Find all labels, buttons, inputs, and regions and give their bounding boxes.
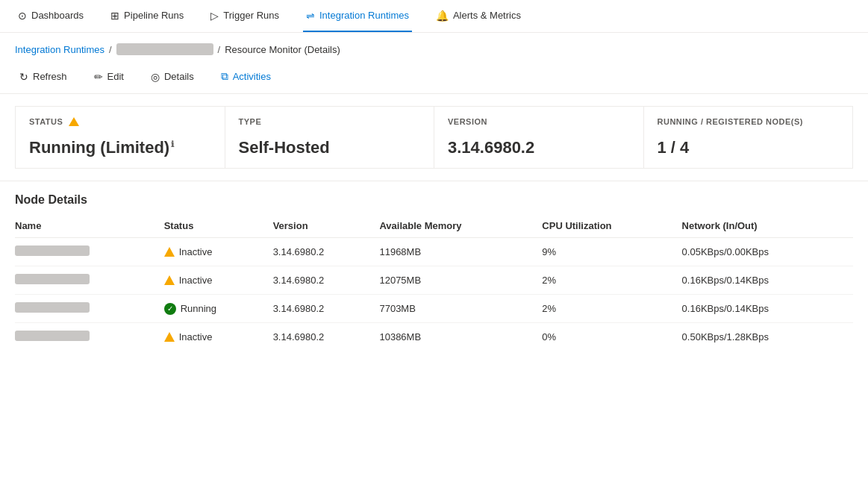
type-card-value: Self-Hosted bbox=[239, 138, 421, 157]
status-card-label: STATUS bbox=[29, 117, 211, 126]
nav-integration-runtimes-label: Integration Runtimes bbox=[319, 10, 409, 21]
table-header-row: Name Status Version Available Memory CPU… bbox=[15, 214, 853, 238]
nav-trigger-runs-label: Trigger Runs bbox=[223, 10, 279, 21]
type-card-label: TYPE bbox=[239, 117, 421, 126]
breadcrumb-current: Resource Monitor (Details) bbox=[225, 44, 340, 55]
col-memory: Available Memory bbox=[379, 214, 542, 238]
nodes-card-label: RUNNING / REGISTERED NODE(S) bbox=[658, 117, 840, 126]
warning-icon bbox=[164, 332, 175, 342]
dashboards-icon: ⊙ bbox=[18, 10, 27, 22]
breadcrumb-integration-runtimes-link[interactable]: Integration Runtimes bbox=[15, 44, 104, 55]
edit-label: Edit bbox=[107, 71, 124, 82]
node-status-cell: Inactive bbox=[164, 266, 273, 295]
info-icon[interactable]: ℹ bbox=[171, 140, 174, 148]
node-name-redacted bbox=[15, 331, 90, 341]
trigger-runs-icon: ▷ bbox=[210, 10, 219, 22]
nav-dashboards[interactable]: ⊙ Dashboards bbox=[15, 0, 87, 32]
activities-label: Activities bbox=[233, 71, 271, 82]
edit-button[interactable]: ✏ Edit bbox=[90, 68, 128, 86]
node-table-container: Name Status Version Available Memory CPU… bbox=[0, 214, 868, 351]
toolbar: ↻ Refresh ✏ Edit ◎ Details ⧉ Activities bbox=[0, 63, 868, 94]
node-memory-cell: 10386MB bbox=[379, 323, 542, 351]
node-status-label: Running bbox=[181, 303, 216, 314]
nav-alerts-metrics-label: Alerts & Metrics bbox=[453, 10, 521, 21]
node-status-label: Inactive bbox=[179, 331, 213, 342]
details-label: Details bbox=[164, 71, 194, 82]
node-memory-cell: 11968MB bbox=[379, 238, 542, 266]
node-name-redacted bbox=[15, 274, 90, 284]
node-status-cell: Inactive bbox=[164, 238, 273, 266]
node-table: Name Status Version Available Memory CPU… bbox=[15, 214, 853, 351]
node-name-cell bbox=[15, 266, 164, 295]
node-network-cell: 0.16KBps/0.14KBps bbox=[682, 266, 853, 295]
node-cpu-cell: 0% bbox=[542, 323, 681, 351]
refresh-icon: ↻ bbox=[19, 71, 28, 83]
nav-trigger-runs[interactable]: ▷ Trigger Runs bbox=[207, 0, 282, 32]
refresh-button[interactable]: ↻ Refresh bbox=[15, 68, 72, 86]
node-name-cell bbox=[15, 323, 164, 351]
type-card: TYPE Self-Hosted bbox=[225, 106, 435, 169]
pipeline-runs-icon: ⊞ bbox=[110, 10, 119, 22]
table-row: Inactive3.14.6980.210386MB0%0.50KBps/1.2… bbox=[15, 323, 853, 351]
col-version: Version bbox=[273, 214, 380, 238]
integration-runtimes-icon: ⇌ bbox=[306, 10, 315, 22]
breadcrumb-sep-2: / bbox=[218, 44, 221, 55]
top-nav: ⊙ Dashboards ⊞ Pipeline Runs ▷ Trigger R… bbox=[0, 0, 868, 33]
refresh-label: Refresh bbox=[33, 71, 67, 82]
node-cpu-cell: 9% bbox=[542, 238, 681, 266]
node-name-redacted bbox=[15, 245, 90, 256]
table-row: Inactive3.14.6980.211968MB9%0.05KBps/0.0… bbox=[15, 238, 853, 266]
node-name-cell bbox=[15, 238, 164, 266]
version-card: VERSION 3.14.6980.2 bbox=[434, 106, 644, 169]
details-button[interactable]: ◎ Details bbox=[146, 68, 199, 86]
nodes-card: RUNNING / REGISTERED NODE(S) 1 / 4 bbox=[644, 106, 854, 169]
node-status-cell: Inactive bbox=[164, 323, 273, 351]
node-version-cell: 3.14.6980.2 bbox=[273, 266, 380, 295]
activities-icon: ⧉ bbox=[221, 70, 228, 83]
details-icon: ◎ bbox=[151, 71, 160, 83]
node-status-cell: ✓Running bbox=[164, 295, 273, 323]
alerts-metrics-icon: 🔔 bbox=[436, 10, 449, 22]
status-warning-icon bbox=[69, 117, 79, 126]
node-network-cell: 0.05KBps/0.00KBps bbox=[682, 238, 853, 266]
node-cpu-cell: 2% bbox=[542, 266, 681, 295]
node-network-cell: 0.16KBps/0.14KBps bbox=[682, 295, 853, 323]
version-card-value: 3.14.6980.2 bbox=[448, 138, 630, 157]
status-card: STATUS Running (Limited)ℹ bbox=[15, 106, 225, 169]
warning-icon bbox=[164, 275, 175, 285]
node-network-cell: 0.50KBps/1.28KBps bbox=[682, 323, 853, 351]
table-row: Inactive3.14.6980.212075MB2%0.16KBps/0.1… bbox=[15, 266, 853, 295]
node-cpu-cell: 2% bbox=[542, 295, 681, 323]
nav-pipeline-runs-label: Pipeline Runs bbox=[124, 10, 184, 21]
status-card-value: Running (Limited)ℹ bbox=[29, 138, 211, 157]
breadcrumb-sep-1: / bbox=[109, 44, 112, 55]
nav-dashboards-label: Dashboards bbox=[31, 10, 84, 21]
warning-icon bbox=[164, 247, 175, 257]
version-card-label: VERSION bbox=[448, 117, 630, 126]
node-status-label: Inactive bbox=[179, 275, 213, 286]
edit-icon: ✏ bbox=[94, 71, 103, 83]
node-memory-cell: 12075MB bbox=[379, 266, 542, 295]
node-version-cell: 3.14.6980.2 bbox=[273, 295, 380, 323]
breadcrumb-runtime-name bbox=[116, 43, 213, 55]
col-cpu: CPU Utilization bbox=[542, 214, 681, 238]
node-memory-cell: 7703MB bbox=[379, 295, 542, 323]
col-network: Network (In/Out) bbox=[682, 214, 853, 238]
col-name: Name bbox=[15, 214, 164, 238]
success-icon: ✓ bbox=[164, 303, 176, 315]
node-details-title: Node Details bbox=[0, 181, 868, 214]
table-row: ✓Running3.14.6980.27703MB2%0.16KBps/0.14… bbox=[15, 295, 853, 323]
breadcrumb: Integration Runtimes / / Resource Monito… bbox=[0, 33, 868, 63]
nav-pipeline-runs[interactable]: ⊞ Pipeline Runs bbox=[107, 0, 187, 32]
nodes-card-value: 1 / 4 bbox=[658, 138, 840, 157]
node-status-label: Inactive bbox=[179, 246, 213, 257]
node-name-cell bbox=[15, 295, 164, 323]
nav-alerts-metrics[interactable]: 🔔 Alerts & Metrics bbox=[433, 0, 524, 32]
node-name-redacted bbox=[15, 302, 90, 313]
col-status: Status bbox=[164, 214, 273, 238]
node-version-cell: 3.14.6980.2 bbox=[273, 323, 380, 351]
activities-button[interactable]: ⧉ Activities bbox=[216, 67, 275, 86]
nav-integration-runtimes[interactable]: ⇌ Integration Runtimes bbox=[303, 0, 412, 32]
status-cards-row: STATUS Running (Limited)ℹ TYPE Self-Host… bbox=[0, 94, 868, 181]
node-version-cell: 3.14.6980.2 bbox=[273, 238, 380, 266]
